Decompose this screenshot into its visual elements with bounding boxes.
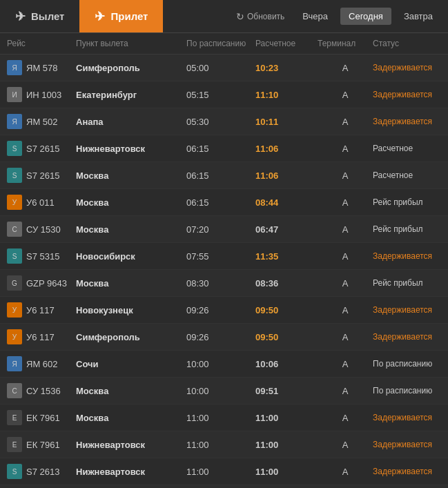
table-row[interactable]: S S7 5315 Новосибирск 07:55 11:35 A Заде…	[0, 243, 448, 270]
yesterday-button[interactable]: Вчера	[294, 8, 336, 25]
table-row[interactable]: У У6 117 Новокузнецк 09:26 09:50 A Задер…	[0, 297, 448, 324]
airline-icon-13: Е	[7, 410, 22, 425]
cell-scheduled-1: 05:15	[186, 90, 255, 100]
airline-icon-6: С	[7, 222, 22, 237]
table-row[interactable]: Я ЯМ 502 Анапа 05:30 10:11 A Задерживает…	[0, 108, 448, 135]
cell-scheduled-6: 07:20	[186, 224, 255, 235]
tomorrow-button[interactable]: Завтра	[396, 8, 441, 25]
cell-status-2: Задерживается	[373, 117, 441, 126]
flight-id-7: S7 5315	[26, 251, 59, 262]
flight-id-15: S7 2613	[26, 467, 59, 477]
col-terminal: Терминал	[318, 39, 373, 48]
flight-id-1: ИН 1003	[26, 90, 61, 100]
flight-id-2: ЯМ 502	[26, 117, 58, 127]
cell-origin-0: Симферополь	[76, 63, 186, 73]
cell-scheduled-13: 11:00	[186, 413, 255, 423]
cell-origin-9: Новокузнецк	[76, 305, 186, 315]
airline-icon-11: Я	[7, 356, 22, 371]
table-row[interactable]: С СУ 1530 Москва 07:20 06:47 A Рейс приб…	[0, 216, 448, 243]
flight-id-4: S7 2615	[26, 170, 59, 181]
cell-origin-13: Москва	[76, 413, 186, 423]
cell-terminal-15: A	[318, 467, 373, 477]
cell-status-6: Рейс прибыл	[373, 224, 441, 234]
cell-scheduled-12: 10:00	[186, 386, 255, 396]
table-row[interactable]: У У6 011 Москва 06:15 08:44 A Рейс прибы…	[0, 189, 448, 216]
cell-status-8: Рейс прибыл	[373, 278, 441, 288]
airline-icon-2: Я	[7, 114, 22, 129]
table-row[interactable]: S S7 2615 Москва 06:15 11:06 A Расчетное	[0, 162, 448, 189]
tab-departure[interactable]: ✈ Вылет	[0, 0, 79, 32]
cell-terminal-3: A	[318, 144, 373, 154]
cell-estimated-10: 09:50	[255, 332, 318, 342]
cell-flight-12: С СУ 1536	[7, 383, 76, 398]
airline-icon-5: У	[7, 195, 22, 210]
flight-id-6: СУ 1530	[26, 224, 61, 235]
airline-icon-15: S	[7, 464, 22, 479]
flight-id-3: S7 2615	[26, 144, 59, 154]
cell-status-13: Задерживается	[373, 413, 441, 422]
cell-scheduled-3: 06:15	[186, 144, 255, 154]
flight-id-13: ЕК 7961	[26, 413, 60, 423]
cell-estimated-9: 09:50	[255, 305, 318, 315]
cell-scheduled-15: 11:00	[186, 467, 255, 477]
cell-estimated-12: 09:51	[255, 386, 318, 396]
tab-arrival[interactable]: ✈ Прилет	[79, 0, 163, 32]
airline-icon-7: S	[7, 248, 22, 264]
cell-terminal-11: A	[318, 359, 373, 369]
table-row[interactable]: G GZP 9643 Москва 08:30 08:36 A Рейс при…	[0, 270, 448, 297]
cell-origin-11: Сочи	[76, 359, 186, 369]
col-estimated: Расчетное	[255, 39, 318, 48]
cell-status-12: По расписанию	[373, 386, 441, 396]
refresh-button[interactable]: ↻ Обновить	[231, 8, 290, 25]
cell-status-1: Задерживается	[373, 90, 441, 99]
cell-flight-11: Я ЯМ 602	[7, 356, 76, 371]
flight-id-11: ЯМ 602	[26, 359, 58, 369]
cell-origin-1: Екатеринбург	[76, 90, 186, 100]
cell-scheduled-10: 09:26	[186, 332, 255, 342]
table-row[interactable]: Я ЯМ 578 Симферополь 05:00 10:23 A Задер…	[0, 55, 448, 81]
departure-label: Вылет	[31, 10, 64, 22]
cell-terminal-2: A	[318, 117, 373, 127]
cell-status-4: Расчетное	[373, 170, 441, 180]
flight-id-5: У6 011	[26, 197, 55, 208]
cell-flight-9: У У6 117	[7, 302, 76, 318]
cell-flight-14: Е ЕК 7961	[7, 437, 76, 452]
refresh-icon: ↻	[236, 11, 244, 22]
airline-icon-8: G	[7, 275, 22, 291]
cell-estimated-14: 11:00	[255, 440, 318, 450]
airline-icon-12: С	[7, 383, 22, 398]
cell-origin-14: Нижневартовск	[76, 440, 186, 450]
cell-origin-2: Анапа	[76, 117, 186, 127]
cell-status-5: Рейс прибыл	[373, 197, 441, 207]
cell-origin-12: Москва	[76, 386, 186, 396]
cell-origin-5: Москва	[76, 197, 186, 208]
table-row[interactable]: S S7 2613 Москва 11:00 11:00 A Задержива…	[0, 485, 448, 488]
cell-flight-6: С СУ 1530	[7, 222, 76, 237]
cell-status-10: Задерживается	[373, 332, 441, 342]
table-row[interactable]: Е ЕК 7961 Москва 11:00 11:00 A Задержива…	[0, 404, 448, 431]
cell-estimated-5: 08:44	[255, 197, 318, 208]
cell-status-14: Задерживается	[373, 440, 441, 449]
table-row[interactable]: Е ЕК 7961 Нижневартовск 11:00 11:00 A За…	[0, 431, 448, 458]
table-row[interactable]: S S7 2613 Нижневартовск 11:00 11:00 A За…	[0, 458, 448, 485]
airline-icon-3: S	[7, 141, 22, 156]
cell-estimated-3: 11:06	[255, 144, 318, 154]
airline-icon-0: Я	[7, 60, 22, 75]
table-row[interactable]: И ИН 1003 Екатеринбург 05:15 11:10 A Зад…	[0, 81, 448, 108]
cell-flight-8: G GZP 9643	[7, 275, 76, 291]
table-row[interactable]: S S7 2615 Нижневартовск 06:15 11:06 A Ра…	[0, 135, 448, 162]
airline-icon-4: S	[7, 168, 22, 183]
cell-terminal-0: A	[318, 63, 373, 73]
cell-flight-1: И ИН 1003	[7, 87, 76, 102]
table-row[interactable]: У У6 117 Симферополь 09:26 09:50 A Задер…	[0, 324, 448, 351]
cell-terminal-6: A	[318, 224, 373, 235]
today-button[interactable]: Сегодня	[340, 8, 391, 25]
cell-status-0: Задерживается	[373, 63, 441, 72]
cell-origin-8: Москва	[76, 278, 186, 289]
table-row[interactable]: С СУ 1536 Москва 10:00 09:51 A По распис…	[0, 378, 448, 404]
cell-flight-15: S S7 2613	[7, 464, 76, 479]
cell-scheduled-0: 05:00	[186, 63, 255, 73]
departure-icon: ✈	[15, 9, 26, 24]
table-row[interactable]: Я ЯМ 602 Сочи 10:00 10:06 A По расписани…	[0, 351, 448, 378]
flight-id-10: У6 117	[26, 332, 55, 342]
